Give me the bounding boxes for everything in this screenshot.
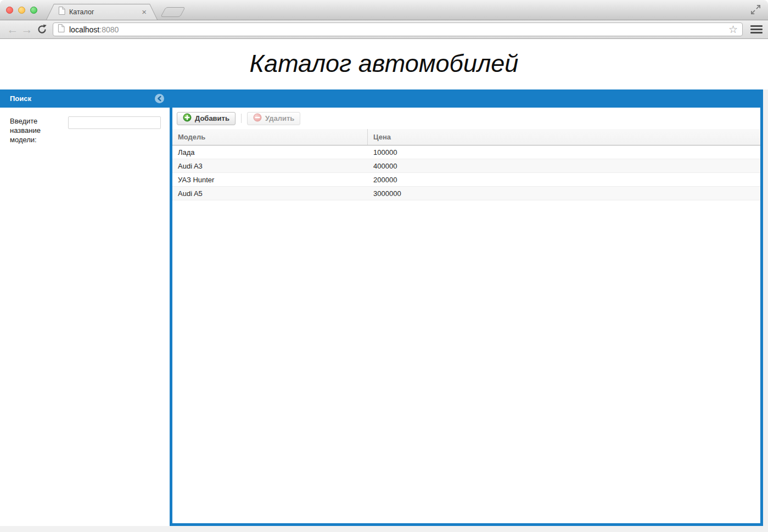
- back-button-icon[interactable]: ←: [5, 24, 20, 35]
- grid-header: Модель Цена: [172, 129, 760, 145]
- table-row[interactable]: Audi A3400000: [172, 159, 760, 173]
- page-margin-right: [763, 89, 768, 532]
- add-button[interactable]: Добавить: [177, 112, 236, 125]
- tab-favicon-page-icon: [58, 7, 65, 17]
- panel-header-strip: Поиск: [0, 89, 763, 108]
- new-tab-button[interactable]: [160, 7, 186, 17]
- window-controls: [6, 7, 37, 14]
- model-name-label: Введите название модели:: [10, 116, 65, 144]
- page-title: Каталог автомобилей: [0, 39, 768, 78]
- app-container: Поиск Введите название модели:: [0, 89, 763, 526]
- tab-close-icon[interactable]: ×: [142, 8, 147, 16]
- grid-rows: Лада100000Audi A3400000УАЗ Hunter200000A…: [172, 145, 760, 200]
- grid-toolbar: Добавить Удалить: [172, 108, 760, 129]
- page-margin-bottom: [0, 526, 768, 532]
- search-panel-title: Поиск: [10, 89, 31, 108]
- page-content: Каталог автомобилей Поиск Введите назван…: [0, 39, 768, 532]
- delete-button-label: Удалить: [265, 114, 294, 122]
- forward-button-icon[interactable]: →: [20, 24, 34, 35]
- window-minimize-button[interactable]: [18, 7, 25, 14]
- cell-model: Лада: [172, 145, 368, 159]
- cell-price: 100000: [368, 145, 760, 159]
- cell-price: 400000: [368, 159, 760, 172]
- model-name-input[interactable]: [68, 116, 161, 129]
- url-text[interactable]: localhost:8080: [69, 25, 724, 34]
- cell-model: Audi A5: [172, 187, 368, 200]
- window-zoom-button[interactable]: [30, 7, 37, 14]
- table-row[interactable]: Audi A53000000: [172, 187, 760, 200]
- table-row[interactable]: УАЗ Hunter200000: [172, 173, 760, 187]
- table-row[interactable]: Лада100000: [172, 145, 760, 159]
- collapse-panel-button[interactable]: [155, 94, 164, 103]
- titlebar: Каталог ×: [0, 0, 768, 20]
- toolbar-separator: [241, 114, 242, 123]
- page-icon: [58, 24, 65, 35]
- url-host: localhost: [69, 25, 99, 34]
- column-header-price[interactable]: Цена: [368, 129, 760, 145]
- window-close-button[interactable]: [6, 7, 13, 14]
- browser-window: Каталог × ← → localhost:8080 ☆: [0, 0, 768, 532]
- browser-tab[interactable]: Каталог ×: [46, 4, 158, 20]
- search-form-row: Введите название модели:: [0, 108, 162, 144]
- url-port: :8080: [99, 25, 119, 34]
- delete-icon: [253, 113, 262, 124]
- catalog-panel: Добавить Удалить: [170, 108, 763, 526]
- cell-price: 200000: [368, 173, 760, 186]
- bookmark-star-icon[interactable]: ☆: [728, 24, 738, 35]
- add-icon: [183, 113, 192, 124]
- reload-button-icon[interactable]: [34, 24, 49, 35]
- add-button-label: Добавить: [195, 114, 229, 122]
- column-header-model[interactable]: Модель: [172, 129, 368, 145]
- search-panel-body: Введите название модели:: [0, 108, 162, 526]
- delete-button[interactable]: Удалить: [247, 112, 300, 125]
- navigation-bar: ← → localhost:8080 ☆: [0, 20, 768, 39]
- fullscreen-icon[interactable]: [750, 4, 761, 18]
- address-bar[interactable]: localhost:8080 ☆: [53, 23, 743, 36]
- tab-title: Каталог: [69, 8, 138, 16]
- cell-price: 3000000: [368, 187, 760, 200]
- browser-menu-icon[interactable]: [750, 25, 763, 33]
- cell-model: Audi A3: [172, 159, 368, 172]
- cell-model: УАЗ Hunter: [172, 173, 368, 186]
